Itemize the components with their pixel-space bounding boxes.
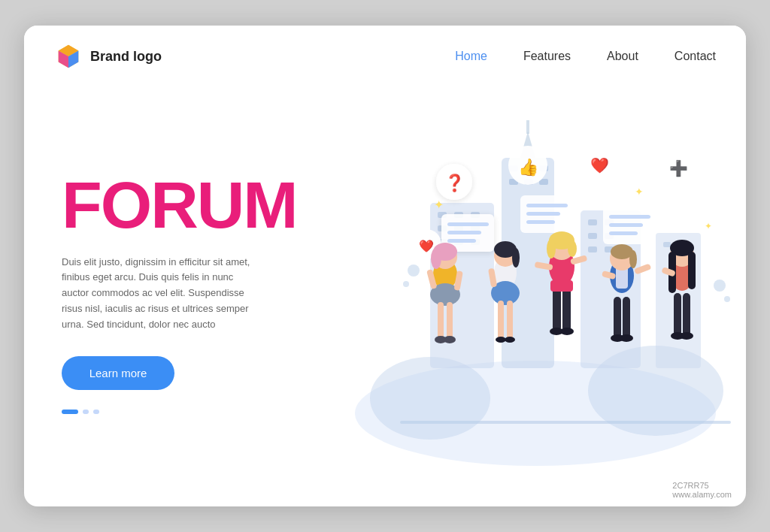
svg-text:👍: 👍 — [518, 157, 539, 177]
svg-rect-100 — [623, 297, 630, 338]
svg-rect-41 — [526, 204, 568, 207]
svg-point-5 — [370, 357, 490, 440]
svg-point-96 — [568, 240, 577, 257]
main-nav: Home Features About Contact — [455, 50, 716, 63]
nav-about[interactable]: About — [607, 50, 638, 63]
svg-rect-99 — [614, 297, 621, 338]
dot-1 — [62, 410, 78, 414]
nav-home[interactable]: Home — [455, 50, 487, 63]
svg-rect-29 — [588, 233, 597, 239]
svg-point-62 — [403, 281, 409, 287]
dot-2 — [83, 410, 89, 414]
svg-rect-42 — [526, 212, 560, 216]
svg-rect-79 — [498, 301, 504, 340]
dot-3 — [93, 410, 99, 414]
svg-point-74 — [431, 248, 441, 269]
svg-point-102 — [620, 334, 633, 342]
svg-text:➕: ➕ — [669, 159, 688, 177]
svg-rect-46 — [609, 223, 643, 227]
brand: Brand logo — [54, 42, 455, 71]
svg-text:✦: ✦ — [635, 186, 644, 198]
pagination-dots — [62, 410, 280, 414]
illustration-svg: ❓ 👍 ❤️ ❤️ ➕ ✦ ✦ ✦ — [310, 80, 746, 506]
svg-point-63 — [714, 280, 726, 292]
brand-name: Brand logo — [90, 49, 162, 65]
watermark: 2C7RR75 www.alamy.com — [668, 479, 735, 500]
svg-rect-80 — [507, 301, 513, 340]
nav-features[interactable]: Features — [523, 50, 571, 63]
watermark-site: www.alamy.com — [672, 490, 732, 499]
header: Brand logo Home Features About Contact — [24, 26, 746, 80]
svg-rect-31 — [588, 246, 597, 252]
svg-rect-110 — [674, 293, 681, 336]
svg-rect-87 — [553, 288, 561, 331]
svg-rect-69 — [447, 302, 453, 340]
watermark-id: 2C7RR75 — [672, 481, 708, 490]
svg-rect-38 — [447, 231, 481, 234]
svg-point-95 — [547, 239, 556, 258]
svg-text:❓: ❓ — [444, 173, 465, 193]
svg-point-82 — [505, 337, 515, 343]
svg-point-107 — [629, 250, 637, 268]
svg-rect-34 — [663, 242, 671, 247]
svg-text:✦: ✦ — [705, 221, 712, 231]
svg-rect-37 — [447, 222, 489, 226]
svg-rect-88 — [562, 288, 571, 331]
svg-rect-111 — [683, 293, 690, 336]
svg-point-64 — [724, 296, 730, 302]
svg-point-71 — [444, 336, 456, 343]
page-card: Brand logo Home Features About Contact F… — [24, 26, 746, 506]
hero-title: FORUM — [62, 172, 280, 238]
nav-contact[interactable]: Contact — [675, 50, 716, 63]
svg-rect-68 — [438, 302, 444, 340]
svg-text:❤️: ❤️ — [590, 156, 609, 174]
svg-point-61 — [408, 264, 420, 277]
hero-description: Duis elit justo, dignissim in efficitur … — [62, 255, 257, 333]
svg-rect-65 — [400, 421, 731, 424]
hero-left: FORUM Duis elit justo, dignissim in effi… — [24, 80, 310, 506]
svg-point-85 — [512, 248, 520, 268]
svg-text:❤️: ❤️ — [419, 239, 434, 253]
svg-rect-15 — [526, 120, 529, 134]
svg-text:✦: ✦ — [434, 198, 444, 211]
svg-rect-39 — [447, 239, 476, 243]
hero-illustration: ❓ 👍 ❤️ ❤️ ➕ ✦ ✦ ✦ — [310, 80, 746, 506]
learn-more-button[interactable]: Learn more — [62, 356, 174, 390]
main-content: FORUM Duis elit justo, dignissim in effi… — [24, 80, 746, 506]
svg-rect-43 — [526, 220, 555, 224]
svg-rect-45 — [609, 215, 650, 219]
svg-rect-47 — [609, 231, 638, 235]
svg-point-90 — [560, 328, 574, 335]
brand-logo-icon — [54, 42, 83, 71]
svg-rect-92 — [550, 280, 573, 292]
svg-rect-118 — [688, 252, 696, 289]
svg-rect-27 — [588, 219, 597, 225]
svg-point-81 — [496, 337, 506, 343]
svg-point-113 — [680, 332, 693, 340]
